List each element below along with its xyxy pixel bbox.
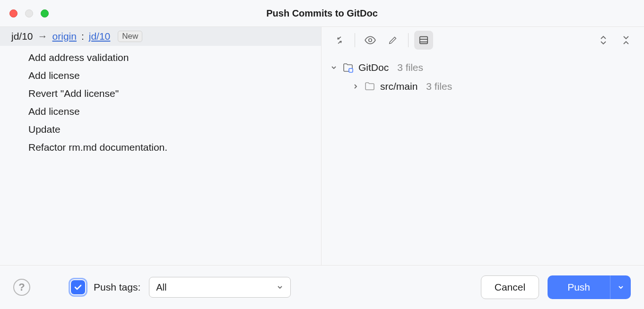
tree-child-name: src/main (380, 77, 418, 96)
tree-root-name: GitDoc (358, 58, 389, 77)
commit-item[interactable]: Add license (28, 103, 321, 120)
chevron-right-icon[interactable] (352, 83, 359, 90)
push-tags-label: Push tags: (94, 282, 140, 293)
commits-list: Add address validation Add license Rever… (0, 46, 321, 159)
dialog-body: jd/10 → origin : jd/10 New Add address v… (0, 26, 644, 266)
svg-rect-4 (349, 69, 353, 72)
push-button-group: Push (548, 275, 631, 299)
help-button[interactable]: ? (13, 279, 30, 296)
svg-point-0 (369, 39, 372, 42)
files-panel: GitDoc 3 files src/main 3 files (322, 27, 644, 265)
collapse-diff-icon[interactable] (330, 31, 349, 50)
folder-icon (364, 82, 375, 91)
commit-item[interactable]: Update (28, 120, 321, 138)
collapse-all-icon[interactable] (617, 31, 635, 50)
branch-header[interactable]: jd/10 → origin : jd/10 New (0, 27, 321, 46)
remote-branch-link[interactable]: jd/10 (89, 31, 111, 42)
maximize-window-button[interactable] (41, 9, 49, 17)
push-button[interactable]: Push (548, 275, 610, 299)
files-toolbar (322, 27, 644, 53)
commit-item[interactable]: Add address validation (28, 49, 321, 67)
window-controls (9, 9, 49, 17)
svg-rect-1 (420, 37, 428, 44)
preview-diff-icon[interactable] (361, 31, 380, 50)
arrow-right-icon: → (38, 31, 48, 42)
tree-root-row[interactable]: GitDoc 3 files (330, 58, 635, 77)
dialog-footer: ? Push tags: All Cancel Push (0, 266, 644, 309)
minimize-window-button[interactable] (25, 9, 33, 17)
local-branch-label: jd/10 (11, 31, 33, 42)
chevron-down-icon (276, 283, 284, 291)
commits-panel: jd/10 → origin : jd/10 New Add address v… (0, 27, 322, 265)
toolbar-separator (355, 33, 355, 47)
commit-item[interactable]: Refactor rm.md documentation. (28, 138, 321, 156)
dialog-title: Push Commits to GitDoc (0, 8, 644, 19)
colon: : (81, 31, 84, 42)
cancel-button-label: Cancel (495, 282, 525, 293)
push-tags-value: All (156, 282, 166, 293)
expand-all-icon[interactable] (594, 31, 613, 50)
tree-child-count: 3 files (426, 77, 452, 96)
new-badge: New (118, 31, 142, 42)
chevron-down-icon[interactable] (330, 64, 338, 71)
file-tree: GitDoc 3 files src/main 3 files (322, 53, 644, 101)
titlebar: Push Commits to GitDoc (0, 0, 644, 26)
tree-root-count: 3 files (397, 58, 423, 77)
push-button-label: Push (567, 282, 590, 293)
project-folder-icon (342, 62, 354, 73)
toolbar-separator (408, 33, 409, 47)
push-tags-select[interactable]: All (149, 277, 291, 298)
commit-item[interactable]: Revert "Add license" (28, 85, 321, 103)
tree-child-row[interactable]: src/main 3 files (330, 77, 635, 96)
remote-link[interactable]: origin (52, 31, 77, 42)
push-commits-dialog: Push Commits to GitDoc jd/10 → origin : … (0, 0, 644, 309)
group-by-directory-icon[interactable] (414, 31, 433, 50)
cancel-button[interactable]: Cancel (481, 275, 539, 299)
edit-source-icon[interactable] (383, 31, 402, 50)
push-tags-checkbox[interactable] (71, 280, 85, 294)
commit-item[interactable]: Add license (28, 67, 321, 85)
close-window-button[interactable] (9, 9, 17, 17)
push-button-dropdown[interactable] (610, 275, 631, 299)
